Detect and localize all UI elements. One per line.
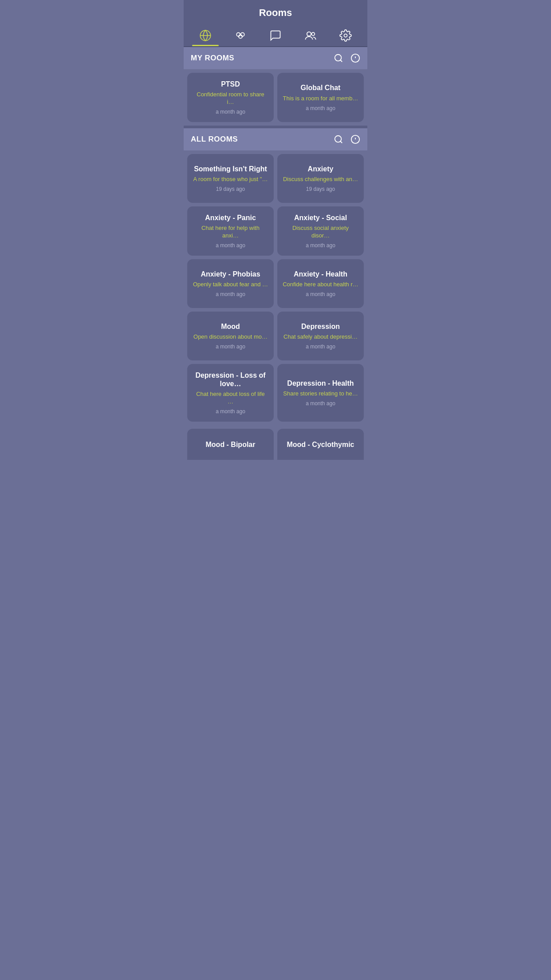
room-description: Share stories relating to he… <box>283 390 358 398</box>
room-description: Confide here about health r… <box>283 281 358 288</box>
room-name: Depression - Loss of love… <box>193 371 268 388</box>
room-time: a month ago <box>306 242 335 249</box>
my-rooms-search-icon[interactable] <box>334 53 343 63</box>
room-card-mood[interactable]: Mood Open discussion about mo… a month a… <box>187 312 274 360</box>
room-time: a month ago <box>216 242 245 249</box>
svg-line-9 <box>340 60 342 62</box>
tab-chat[interactable] <box>262 26 289 45</box>
room-description: A room for those who just "… <box>193 176 268 183</box>
room-card-depression-health[interactable]: Depression - Health Share stories relati… <box>277 364 364 422</box>
room-card-ptsd[interactable]: PTSD Confidential room to share i… a mon… <box>187 73 274 122</box>
svg-point-5 <box>307 32 311 36</box>
all-rooms-grid: Something Isn't Right A room for those w… <box>184 150 367 425</box>
room-name: Anxiety - Phobias <box>201 270 260 278</box>
room-card-something-isnt-right[interactable]: Something Isn't Right A room for those w… <box>187 154 274 203</box>
room-name: Mood - Cyclothymic <box>287 440 354 449</box>
svg-point-6 <box>311 32 315 36</box>
room-description: Chat here about loss of life … <box>193 391 268 406</box>
room-name: Anxiety - Social <box>294 213 347 222</box>
svg-point-13 <box>335 136 342 142</box>
all-rooms-info-icon[interactable] <box>350 134 360 144</box>
partial-rooms-row: Mood - Bipolar Mood - Cyclothymic <box>184 425 367 460</box>
page-title: Rooms <box>184 7 367 19</box>
svg-point-8 <box>335 55 342 61</box>
room-time: a month ago <box>216 109 245 115</box>
room-time: a month ago <box>216 291 245 297</box>
nav-tabs <box>184 26 367 45</box>
my-rooms-info-icon[interactable] <box>350 53 360 63</box>
all-rooms-actions <box>334 134 360 144</box>
my-rooms-actions <box>334 53 360 63</box>
svg-line-14 <box>340 141 342 143</box>
all-rooms-search-icon[interactable] <box>334 134 343 144</box>
my-rooms-section-header: MY ROOMS <box>184 47 367 69</box>
room-card-anxiety-social[interactable]: Anxiety - Social Discuss social anxiety … <box>277 206 364 256</box>
room-time: a month ago <box>216 408 245 415</box>
room-card-anxiety-panic[interactable]: Anxiety - Panic Chat here for help with … <box>187 206 274 256</box>
my-rooms-grid: PTSD Confidential room to share i… a mon… <box>184 69 367 126</box>
room-time: a month ago <box>216 344 245 350</box>
tab-globe[interactable] <box>192 26 219 45</box>
tab-people[interactable] <box>297 26 324 45</box>
room-time: 19 days ago <box>306 186 335 192</box>
room-description: Discuss social anxiety disor… <box>283 225 358 240</box>
all-rooms-title: ALL ROOMS <box>191 135 238 144</box>
room-card-mood-bipolar[interactable]: Mood - Bipolar <box>187 429 274 460</box>
room-name: Depression - Health <box>287 379 354 387</box>
room-description: Open discussion about mo… <box>193 333 268 341</box>
room-description: Confidential room to share i… <box>193 91 268 106</box>
room-time: a month ago <box>306 400 335 407</box>
room-time: a month ago <box>306 105 335 111</box>
room-card-depression[interactable]: Depression Chat safely about depressi… a… <box>277 312 364 360</box>
room-card-global-chat[interactable]: Global Chat This is a room for all memb…… <box>277 73 364 122</box>
my-rooms-title: MY ROOMS <box>191 54 234 63</box>
room-card-anxiety[interactable]: Anxiety Discuss challenges with an… 19 d… <box>277 154 364 203</box>
header: Rooms <box>184 0 367 47</box>
room-description: Discuss challenges with an… <box>283 176 358 183</box>
tab-settings[interactable] <box>332 26 359 45</box>
room-description: Chat safely about depressi… <box>283 333 358 341</box>
room-name: Depression <box>301 322 340 331</box>
all-rooms-section-header: ALL ROOMS <box>184 128 367 150</box>
svg-point-7 <box>344 34 347 37</box>
room-card-anxiety-phobias[interactable]: Anxiety - Phobias Openly talk about fear… <box>187 259 274 308</box>
room-name: Anxiety - Health <box>294 270 347 278</box>
room-name: Anxiety <box>308 165 334 173</box>
room-name: PTSD <box>221 80 240 88</box>
room-card-mood-cyclothymic[interactable]: Mood - Cyclothymic <box>277 429 364 460</box>
room-name: Mood <box>221 322 240 331</box>
tab-groups[interactable] <box>227 26 254 45</box>
svg-point-3 <box>241 33 244 36</box>
room-name: Mood - Bipolar <box>206 440 256 449</box>
room-description: Openly talk about fear and … <box>193 281 268 288</box>
room-name: Anxiety - Panic <box>205 213 256 222</box>
room-name: Something Isn't Right <box>194 165 267 173</box>
room-description: Chat here for help with anxi… <box>193 225 268 240</box>
room-time: a month ago <box>306 344 335 350</box>
svg-point-4 <box>239 35 242 38</box>
room-description: This is a room for all memb… <box>283 95 358 103</box>
room-name: Global Chat <box>301 83 341 92</box>
room-card-anxiety-health[interactable]: Anxiety - Health Confide here about heal… <box>277 259 364 308</box>
room-time: a month ago <box>306 291 335 297</box>
app-container: Rooms <box>184 0 367 460</box>
room-card-depression-loss-of-love[interactable]: Depression - Loss of love… Chat here abo… <box>187 364 274 422</box>
svg-point-2 <box>236 33 240 36</box>
room-time: 19 days ago <box>216 186 245 192</box>
